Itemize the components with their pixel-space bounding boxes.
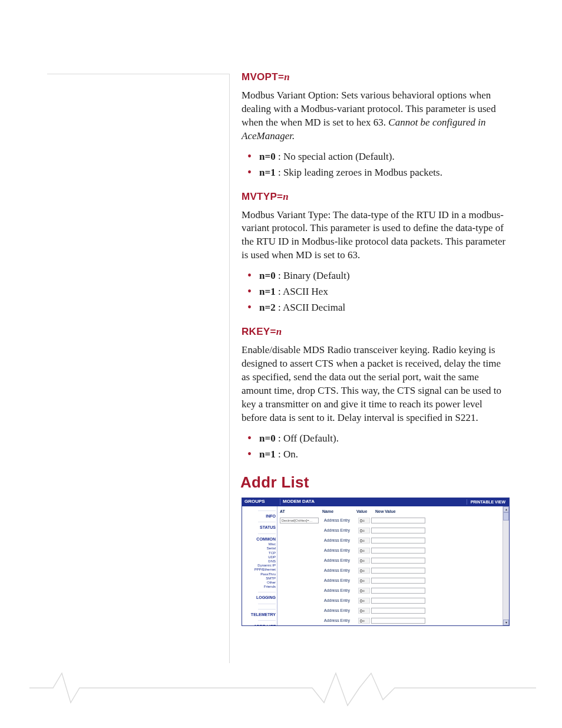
scroll-thumb[interactable] — [503, 512, 509, 521]
sidebar-subitem[interactable]: DNS — [242, 559, 276, 564]
table-row: Address Entry0= — [277, 586, 509, 596]
sidebar-subitem[interactable]: TCP — [242, 551, 276, 555]
scroll-down-icon[interactable]: ▾ — [503, 620, 509, 625]
sidebar-item-status[interactable]: STATUS — [242, 525, 276, 530]
rkey-cmd: RKEY= — [242, 326, 276, 337]
sidebar-subitem[interactable]: PPP/Ethernet — [242, 568, 276, 572]
list-item: n=1 : On. — [259, 447, 510, 463]
table-row: Address Entry0= — [277, 546, 509, 556]
sidebar-item-addrlist[interactable]: ADDR LIST — [242, 624, 276, 626]
shot-main: AT Name Value New Value Decimal[OxHex]=…… — [277, 506, 509, 625]
sidebar-subitem[interactable]: Other — [242, 581, 276, 585]
list-item: n=1 : Skip leading zeroes in Modbus pack… — [259, 165, 510, 181]
row-value: 0= — [358, 608, 370, 614]
mvopt-var: n — [284, 71, 290, 83]
table-row: Address Entry0= — [277, 526, 509, 536]
sidebar-item-logging[interactable]: LOGGING — [242, 595, 276, 600]
table-row: Address Entry0= — [277, 536, 509, 546]
new-value-input[interactable] — [371, 538, 425, 543]
separator: --------------- — [242, 519, 276, 524]
margin-side-rule — [229, 74, 230, 663]
opt-key: n=1 — [259, 449, 276, 460]
sidebar-subitem[interactable]: Friends — [242, 585, 276, 589]
col-at: AT — [280, 509, 322, 514]
row-name: Address Entry — [322, 618, 358, 623]
new-value-input[interactable] — [371, 568, 425, 574]
margin-top-rule — [47, 74, 230, 74]
list-item: n=0 : Off (Default). — [259, 431, 510, 447]
opt-val: : ASCII Hex — [276, 286, 328, 297]
mvtyp-heading: MVTYP=n — [242, 190, 510, 204]
sidebar-item-common[interactable]: COMMON — [242, 536, 276, 542]
page: MVOPT=n Modbus Variant Option: Sets vari… — [0, 0, 562, 728]
at-input[interactable]: Decimal[OxHex]=… — [280, 518, 319, 523]
col-value: Value — [356, 509, 375, 514]
row-value: 0= — [358, 568, 370, 574]
new-value-input[interactable] — [371, 548, 425, 554]
acemanager-screenshot: GROUPS MODEM DATA PRINTABLE VIEW -------… — [242, 498, 510, 626]
sidebar-subitem[interactable]: Serial — [242, 546, 276, 551]
table-row: Address Entry0= — [277, 566, 509, 576]
list-item: n=2 : ASCII Decimal — [259, 300, 510, 316]
rkey-desc: Enable/disable MDS Radio transceiver key… — [242, 344, 510, 425]
row-value: 0= — [358, 528, 370, 533]
sidebar-item-telemetry[interactable]: TELEMETRY — [242, 612, 276, 617]
table-rows: Decimal[OxHex]=…Address Entry0=Address E… — [277, 516, 509, 626]
opt-val: : Skip leading zeroes in Modbus packets. — [276, 167, 442, 178]
separator: --------------- — [242, 589, 276, 594]
opt-key: n=0 — [259, 270, 276, 281]
scrollbar[interactable]: ▴ ▾ — [503, 506, 509, 625]
opt-val: : On. — [276, 449, 298, 460]
row-value: 0= — [358, 558, 370, 564]
sidebar-item-info[interactable]: INFO — [242, 513, 276, 519]
sidebar-subitem[interactable]: SMTP — [242, 577, 276, 581]
sidebar-subitem[interactable]: Misc — [242, 542, 276, 546]
separator: --------------- — [242, 607, 276, 611]
row-value: 0= — [358, 548, 370, 554]
separator: --------------- — [242, 531, 276, 536]
rkey-heading: RKEY=n — [242, 325, 510, 339]
row-name: Address Entry — [322, 578, 358, 583]
row-name: Address Entry — [322, 558, 358, 563]
table-row: Address Entry0= — [277, 576, 509, 586]
row-name: Address Entry — [322, 548, 358, 553]
row-name: Address Entry — [322, 608, 358, 613]
opt-key: n=2 — [259, 302, 276, 313]
content-column: MVOPT=n Modbus Variant Option: Sets vari… — [230, 71, 510, 693]
opt-key: n=0 — [259, 151, 276, 162]
list-item: n=1 : ASCII Hex — [259, 284, 510, 300]
row-value: 0= — [358, 518, 370, 523]
mvopt-heading: MVOPT=n — [242, 71, 510, 84]
separator: --------------- — [242, 601, 276, 606]
row-name: Address Entry — [322, 528, 358, 533]
new-value-input[interactable] — [371, 578, 425, 584]
row-name: Address Entry — [322, 598, 358, 603]
new-value-input[interactable] — [371, 558, 425, 564]
sidebar-subitem[interactable]: Dynamic IP — [242, 564, 276, 568]
addr-list-heading: Addr List — [240, 472, 510, 493]
scroll-up-icon[interactable]: ▴ — [503, 506, 509, 512]
sidebar-subitem[interactable]: PassThru — [242, 572, 276, 577]
new-value-input[interactable] — [371, 588, 425, 594]
opt-key: n=1 — [259, 286, 276, 297]
table-header: AT Name Value New Value — [277, 509, 509, 516]
printable-view-link[interactable]: PRINTABLE VIEW — [467, 499, 509, 505]
page-layout: MVOPT=n Modbus Variant Option: Sets vari… — [47, 71, 506, 693]
table-row: Address Entry0= — [277, 596, 509, 606]
row-name: Address Entry — [322, 518, 358, 523]
opt-key: n=1 — [259, 167, 276, 178]
opt-val: : No special action (Default). — [276, 151, 395, 162]
new-value-input[interactable] — [371, 518, 425, 523]
new-value-input[interactable] — [371, 528, 425, 533]
row-value: 0= — [358, 588, 370, 594]
separator: --------------- — [242, 618, 276, 622]
col-newvalue: New Value — [375, 509, 509, 514]
sidebar-groups: --------------- INFO --------------- STA… — [242, 506, 277, 625]
rkey-opts: n=0 : Off (Default). n=1 : On. — [242, 431, 510, 463]
shot-topbar: GROUPS MODEM DATA PRINTABLE VIEW — [242, 498, 509, 506]
new-value-input[interactable] — [371, 608, 425, 614]
list-item: n=0 : Binary (Default) — [259, 268, 510, 284]
new-value-input[interactable] — [371, 598, 425, 604]
new-value-input[interactable] — [371, 618, 425, 624]
sidebar-subitem[interactable]: UDP — [242, 555, 276, 559]
